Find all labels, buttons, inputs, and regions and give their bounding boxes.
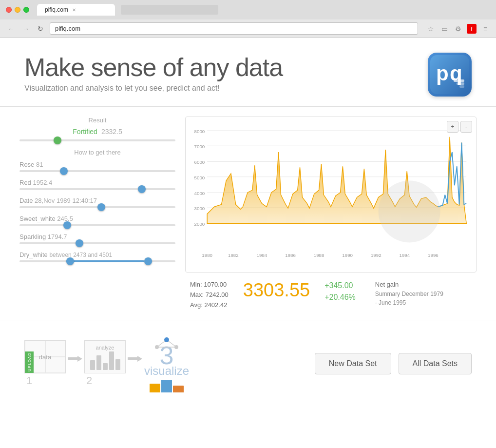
chart-container: + - 8000 7000 6000 5000: [185, 117, 477, 273]
svg-text:1990: 1990: [342, 253, 353, 258]
stats-row: Min: 1070.00 Max: 7242.00 Avg: 2402.42 3…: [185, 273, 477, 310]
header: Make sense of any data Visualization and…: [0, 38, 496, 107]
maximize-dot[interactable]: [23, 7, 29, 13]
svg-text:3000: 3000: [194, 206, 205, 211]
tab-label: pifiq.com: [45, 6, 68, 13]
sparkling-slider-thumb[interactable]: [76, 239, 83, 247]
fortified-label: Fortified: [73, 128, 97, 136]
chart-area: + - 8000 7000 6000 5000: [185, 117, 477, 310]
new-data-set-button[interactable]: New Data Set: [315, 353, 391, 374]
svg-text:1996: 1996: [428, 253, 439, 258]
stats-minmax: Min: 1070.00 Max: 7242.00 Avg: 2402.42: [190, 280, 229, 310]
how-to-get-there-label: How to get there: [19, 149, 175, 156]
forward-button[interactable]: →: [20, 23, 31, 34]
data-box: data upload: [24, 340, 66, 373]
fortified-slider-track[interactable]: [19, 139, 175, 141]
svg-text:7000: 7000: [194, 144, 205, 149]
browser-icons: ☆ ▭ ⚙ f ≡: [426, 24, 490, 34]
step-1: data upload 1: [24, 340, 66, 387]
star-icon[interactable]: ☆: [426, 24, 436, 34]
rose-slider-thumb[interactable]: [60, 167, 68, 175]
tab-placeholder: [121, 5, 218, 15]
svg-text:2000: 2000: [194, 221, 205, 227]
controls-panel: Result Fortified 2332.5 How to get there…: [19, 117, 175, 310]
svg-text:1994: 1994: [399, 253, 410, 258]
browser-chrome: pifiq.com ✕ ← → ↻ pifiq.com ☆ ▭ ⚙ f ≡: [0, 0, 496, 38]
red-slider-thumb[interactable]: [138, 185, 146, 193]
svg-text:1988: 1988: [314, 253, 324, 258]
address-bar[interactable]: pifiq.com: [50, 22, 418, 35]
browser-tab[interactable]: pifiq.com ✕: [37, 4, 115, 16]
bottom-section: data upload 1 analyze: [0, 320, 496, 407]
svg-point-35: [164, 337, 169, 342]
step-2: analyze 2: [84, 340, 126, 387]
svg-text:1982: 1982: [228, 253, 239, 258]
sparkling-slider-track[interactable]: [19, 242, 175, 244]
red-slider-track[interactable]: [19, 188, 175, 190]
zoom-in-button[interactable]: +: [447, 121, 458, 133]
upload-label: upload: [27, 352, 32, 371]
dry-white-range-fill: [66, 260, 144, 262]
date-slider-thumb[interactable]: [97, 203, 105, 211]
header-text: Make sense of any data Visualization and…: [24, 53, 283, 93]
refresh-button[interactable]: ↻: [35, 23, 46, 34]
max-value: 7242.00: [206, 291, 229, 298]
browser-titlebar: pifiq.com ✕: [0, 0, 496, 19]
data-label: data: [39, 353, 51, 361]
svg-text:p: p: [436, 62, 449, 85]
svg-text:8000: 8000: [194, 129, 205, 134]
summary-label: Summary December 1979: [375, 290, 443, 298]
change-1: +345.00: [324, 280, 356, 292]
rose-slider-row: Rose 81: [19, 161, 175, 172]
rose-label: Rose 81: [19, 161, 175, 168]
analyze-bar-5: [115, 359, 120, 370]
rose-value: 81: [36, 161, 43, 168]
dry-white-slider-row: Dry_white between 2473 and 4501: [19, 251, 175, 262]
dry-white-thumb-left[interactable]: [66, 257, 74, 265]
analyze-box: analyze: [84, 340, 126, 373]
extension-icon[interactable]: ⚙: [453, 24, 463, 34]
svg-point-20: [379, 181, 440, 243]
dry-white-slider-track[interactable]: [19, 260, 175, 262]
zoom-out-button[interactable]: -: [460, 121, 472, 133]
min-label: Min:: [190, 281, 202, 288]
flipboard-icon[interactable]: f: [467, 24, 477, 34]
svg-text:5000: 5000: [194, 175, 205, 180]
analyze-bars: [90, 351, 120, 370]
max-label: Max:: [190, 291, 204, 298]
date-slider-track[interactable]: [19, 206, 175, 208]
tab-close-icon[interactable]: ✕: [72, 7, 76, 13]
step-1-number: 1: [26, 374, 32, 387]
fortified-slider-thumb[interactable]: [54, 136, 61, 144]
change-2: +20.46%: [324, 292, 356, 303]
minimize-dot[interactable]: [15, 7, 20, 13]
sweet-white-slider-track[interactable]: [19, 224, 175, 226]
cast-icon[interactable]: ▭: [439, 24, 449, 34]
svg-rect-5: [459, 85, 464, 88]
back-button[interactable]: ←: [6, 23, 17, 34]
chart-zoom-buttons: + -: [447, 121, 472, 133]
svg-marker-31: [128, 356, 142, 362]
mini-bar-orange: [150, 384, 160, 392]
dry-white-thumb-right[interactable]: [144, 257, 152, 265]
result-section: Result Fortified 2332.5: [19, 117, 175, 141]
stats-change: +345.00 +20.46%: [324, 280, 356, 303]
close-dot[interactable]: [6, 7, 12, 13]
sweet-white-value: 245.5: [57, 215, 73, 222]
svg-rect-3: [454, 79, 464, 82]
visualize-box: 3: [160, 335, 174, 368]
step-2-number: 2: [86, 374, 92, 387]
date-value: 28,Nov 1989 12:40:17: [35, 197, 97, 204]
all-data-sets-button[interactable]: All Data Sets: [399, 353, 472, 374]
svg-text:1986: 1986: [285, 253, 296, 258]
step-3: 3 visualize: [144, 335, 189, 392]
analyze-bar-2: [96, 355, 101, 370]
rose-slider-track[interactable]: [19, 170, 175, 172]
node-graph-svg: [152, 335, 181, 352]
analyze-bar-3: [103, 363, 108, 370]
svg-text:1992: 1992: [371, 253, 382, 258]
red-slider-row: Red 1952.4: [19, 179, 175, 190]
menu-icon[interactable]: ≡: [480, 24, 490, 34]
sweet-white-slider-thumb[interactable]: [63, 221, 71, 229]
logo-svg: p q: [430, 55, 469, 94]
